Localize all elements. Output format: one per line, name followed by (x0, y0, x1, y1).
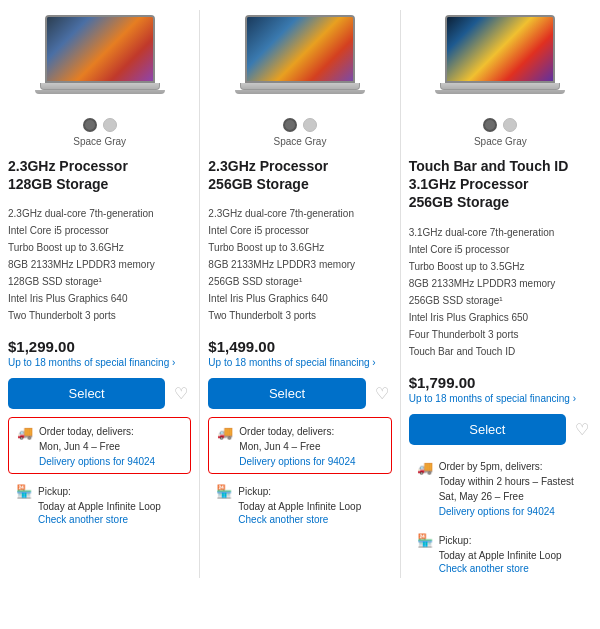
product-title-1: 2.3GHz Processor 128GB Storage (8, 157, 191, 193)
pickup-row-2: 🏪Pickup:Today at Apple Infinite LoopChec… (208, 480, 391, 529)
wishlist-icon-3[interactable]: ♡ (572, 419, 592, 439)
pickup-title-2: Pickup: (238, 484, 361, 499)
product-price-2: $1,499.00 (208, 338, 391, 355)
product-specs-2: 2.3GHz dual-core 7th-generationIntel Cor… (208, 205, 391, 324)
delivery-link-3[interactable]: Delivery options for 94024 (439, 506, 574, 517)
delivery-title-2: Order today, delivers: (239, 424, 355, 439)
product-image-3 (409, 10, 592, 110)
color-label-1: Space Gray (73, 136, 126, 147)
select-button-2[interactable]: Select (208, 378, 365, 409)
delivery-date2-3: Sat, May 26 – Free (439, 489, 574, 504)
wishlist-icon-1[interactable]: ♡ (171, 384, 191, 404)
product-price-3: $1,799.00 (409, 374, 592, 391)
product-image-1 (8, 10, 191, 110)
delivery-box-1: 🚚Order today, delivers:Mon, Jun 4 – Free… (8, 417, 191, 474)
wishlist-icon-2[interactable]: ♡ (372, 384, 392, 404)
pickup-availability-3: Today at Apple Infinite Loop (439, 548, 562, 563)
pickup-availability-1: Today at Apple Infinite Loop (38, 499, 161, 514)
delivery-date-3: Today within 2 hours – Fastest (439, 474, 574, 489)
color-circle-space-gray[interactable] (83, 118, 97, 132)
delivery-title-3: Order by 5pm, delivers: (439, 459, 574, 474)
pickup-availability-2: Today at Apple Infinite Loop (238, 499, 361, 514)
financing-link-1[interactable]: Up to 18 months of special financing › (8, 357, 191, 368)
pickup-title-1: Pickup: (38, 484, 161, 499)
color-options-2 (283, 118, 317, 132)
product-specs-1: 2.3GHz dual-core 7th-generationIntel Cor… (8, 205, 191, 324)
product-image-2 (208, 10, 391, 110)
products-grid: Space Gray2.3GHz Processor 128GB Storage… (0, 0, 600, 588)
delivery-box-2: 🚚Order today, delivers:Mon, Jun 4 – Free… (208, 417, 391, 474)
store-icon: 🏪 (216, 484, 232, 499)
pickup-link-3[interactable]: Check another store (439, 563, 562, 574)
financing-link-3[interactable]: Up to 18 months of special financing › (409, 393, 592, 404)
laptop-icon-1 (35, 15, 165, 105)
color-options-3 (483, 118, 517, 132)
delivery-link-1[interactable]: Delivery options for 94024 (39, 456, 155, 467)
delivery-title-1: Order today, delivers: (39, 424, 155, 439)
laptop-icon-2 (235, 15, 365, 105)
color-circle-silver[interactable] (503, 118, 517, 132)
truck-icon: 🚚 (217, 425, 233, 440)
select-button-3[interactable]: Select (409, 414, 566, 445)
select-row-1: Select♡ (8, 378, 191, 409)
truck-icon: 🚚 (417, 460, 433, 475)
product-title-3: Touch Bar and Touch ID 3.1GHz Processor … (409, 157, 592, 212)
product-col-2: Space Gray2.3GHz Processor 256GB Storage… (200, 10, 400, 578)
color-label-3: Space Gray (474, 136, 527, 147)
delivery-box-3: 🚚Order by 5pm, delivers:Today within 2 h… (409, 453, 592, 523)
color-circle-silver[interactable] (303, 118, 317, 132)
product-col-3: Space GrayTouch Bar and Touch ID 3.1GHz … (401, 10, 600, 578)
financing-link-2[interactable]: Up to 18 months of special financing › (208, 357, 391, 368)
pickup-title-3: Pickup: (439, 533, 562, 548)
color-label-2: Space Gray (274, 136, 327, 147)
color-circle-space-gray[interactable] (283, 118, 297, 132)
product-specs-3: 3.1GHz dual-core 7th-generationIntel Cor… (409, 224, 592, 360)
pickup-link-2[interactable]: Check another store (238, 514, 361, 525)
color-circle-silver[interactable] (103, 118, 117, 132)
delivery-link-2[interactable]: Delivery options for 94024 (239, 456, 355, 467)
product-title-2: 2.3GHz Processor 256GB Storage (208, 157, 391, 193)
pickup-row-1: 🏪Pickup:Today at Apple Infinite LoopChec… (8, 480, 191, 529)
truck-icon: 🚚 (17, 425, 33, 440)
select-row-2: Select♡ (208, 378, 391, 409)
delivery-date-2: Mon, Jun 4 – Free (239, 439, 355, 454)
color-circle-space-gray[interactable] (483, 118, 497, 132)
laptop-icon-3 (435, 15, 565, 105)
pickup-link-1[interactable]: Check another store (38, 514, 161, 525)
select-button-1[interactable]: Select (8, 378, 165, 409)
store-icon: 🏪 (417, 533, 433, 548)
product-price-1: $1,299.00 (8, 338, 191, 355)
pickup-row-3: 🏪Pickup:Today at Apple Infinite LoopChec… (409, 529, 592, 578)
select-row-3: Select♡ (409, 414, 592, 445)
delivery-date-1: Mon, Jun 4 – Free (39, 439, 155, 454)
store-icon: 🏪 (16, 484, 32, 499)
color-options-1 (83, 118, 117, 132)
product-col-1: Space Gray2.3GHz Processor 128GB Storage… (0, 10, 200, 578)
